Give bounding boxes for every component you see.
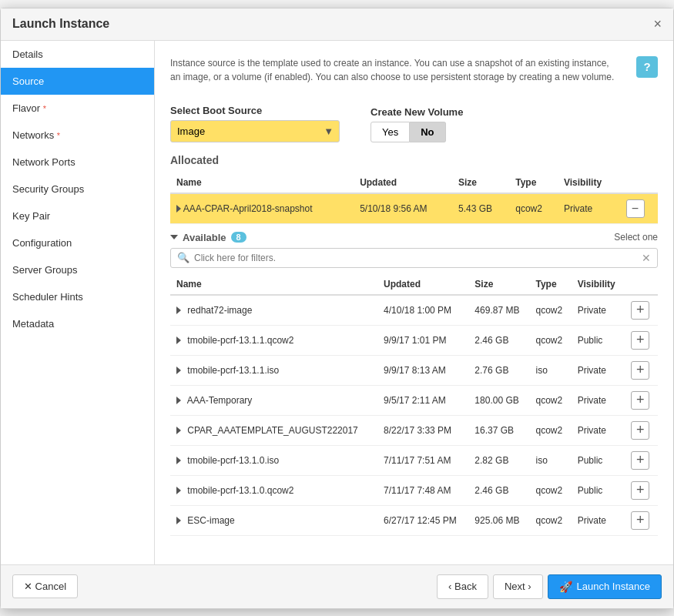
- launch-label: Launch Instance: [577, 581, 650, 592]
- available-row-name: CPAR_AAATEMPLATE_AUGUST222017: [170, 415, 377, 445]
- cancel-button[interactable]: ✕ Cancel: [12, 574, 78, 598]
- modal-title: Launch Instance: [12, 17, 109, 31]
- modal-header: Launch Instance ×: [1, 8, 673, 41]
- add-button[interactable]: +: [631, 391, 649, 410]
- sidebar-item-security-groups[interactable]: Security Groups: [1, 176, 154, 203]
- sidebar-item-networks[interactable]: Networks *: [1, 122, 154, 149]
- allocated-updated: 5/10/18 9:56 AM: [354, 193, 452, 224]
- new-volume-yes[interactable]: Yes: [371, 122, 410, 142]
- available-label: Available: [183, 232, 226, 243]
- help-button[interactable]: ?: [636, 56, 658, 78]
- new-volume-no[interactable]: No: [410, 122, 445, 142]
- available-row-updated: 7/11/17 7:51 AM: [377, 445, 468, 475]
- available-row-size: 2.46 GB: [468, 475, 529, 505]
- available-row-visibility: Private: [572, 295, 625, 326]
- available-row-add: +: [625, 505, 658, 535]
- row-expand-icon[interactable]: [176, 427, 181, 434]
- available-row-visibility: Public: [572, 475, 625, 505]
- sidebar-item-server-groups[interactable]: Server Groups: [1, 256, 154, 283]
- available-col-type: Type: [529, 274, 571, 295]
- table-row: tmobile-pcrf-13.1.1.iso 9/9/17 8:13 AM 2…: [170, 355, 658, 385]
- add-button[interactable]: +: [631, 481, 649, 500]
- table-row: redhat72-image 4/10/18 1:00 PM 469.87 MB…: [170, 295, 658, 326]
- allocated-size: 5.43 GB: [452, 193, 509, 224]
- row-expand-icon[interactable]: [176, 457, 181, 464]
- available-row-visibility: Public: [572, 445, 625, 475]
- table-row: CPAR_AAATEMPLATE_AUGUST222017 8/22/17 3:…: [170, 415, 658, 445]
- available-row-size: 2.76 GB: [468, 355, 529, 385]
- row-expand-icon[interactable]: [176, 367, 181, 374]
- available-row-visibility: Private: [572, 505, 625, 535]
- add-button[interactable]: +: [631, 301, 649, 320]
- sidebar-item-scheduler-hints[interactable]: Scheduler Hints: [1, 283, 154, 310]
- available-row-size: 180.00 GB: [468, 385, 529, 415]
- allocated-col-updated: Updated: [354, 172, 452, 193]
- remove-button[interactable]: −: [626, 199, 645, 218]
- new-volume-group: Create New Volume Yes No: [371, 106, 463, 142]
- rocket-icon: 🚀: [559, 581, 572, 593]
- available-row-type: iso: [529, 445, 571, 475]
- available-row-visibility: Private: [572, 415, 625, 445]
- available-row-name: tmobile-pcrf-13.1.0.iso: [170, 445, 377, 475]
- row-expand-icon[interactable]: [176, 205, 181, 213]
- search-icon: 🔍: [177, 252, 189, 263]
- boot-source-group: Select Boot Source Image Snapshot Volume…: [170, 105, 340, 142]
- flavor-required: *: [43, 104, 46, 113]
- new-volume-label: Create New Volume: [371, 106, 463, 118]
- available-header: Available 8 Select one: [170, 232, 658, 243]
- available-row-type: qcow2: [529, 385, 571, 415]
- available-row-add: +: [625, 445, 658, 475]
- add-button[interactable]: +: [631, 511, 649, 530]
- available-row-add: +: [625, 475, 658, 505]
- table-row: tmobile-pcrf-13.1.0.iso 7/11/17 7:51 AM …: [170, 445, 658, 475]
- allocated-col-visibility: Visibility: [558, 172, 620, 193]
- allocated-title: Allocated: [170, 154, 658, 166]
- sidebar-item-metadata[interactable]: Metadata: [1, 310, 154, 337]
- sidebar-item-key-pair[interactable]: Key Pair: [1, 203, 154, 229]
- filter-clear-icon[interactable]: ✕: [642, 252, 651, 264]
- add-button[interactable]: +: [631, 451, 649, 470]
- boot-source-select[interactable]: Image Snapshot Volume Volume Snapshot: [170, 120, 340, 142]
- available-col-updated: Updated: [377, 274, 468, 295]
- add-button[interactable]: +: [631, 331, 649, 350]
- table-row: tmobile-pcrf-13.1.1.qcow2 9/9/17 1:01 PM…: [170, 325, 658, 355]
- row-expand-icon[interactable]: [176, 487, 181, 494]
- available-row-add: +: [625, 415, 658, 445]
- next-button[interactable]: Next ›: [493, 574, 543, 599]
- table-row: ESC-image 6/27/17 12:45 PM 925.06 MB qco…: [170, 505, 658, 535]
- available-col-size: Size: [468, 274, 529, 295]
- row-expand-icon[interactable]: [176, 397, 181, 404]
- available-row-updated: 9/9/17 8:13 AM: [377, 355, 468, 385]
- available-row-name: redhat72-image: [170, 295, 377, 326]
- available-row-name: tmobile-pcrf-13.1.1.qcow2: [170, 325, 377, 355]
- allocated-col-type: Type: [509, 172, 558, 193]
- sidebar-item-configuration[interactable]: Configuration: [1, 229, 154, 256]
- add-button[interactable]: +: [631, 421, 649, 440]
- filter-input[interactable]: [194, 253, 637, 263]
- add-button[interactable]: +: [631, 361, 649, 380]
- close-button[interactable]: ×: [653, 16, 662, 32]
- available-chevron-icon[interactable]: [170, 235, 178, 239]
- sidebar-item-network-ports[interactable]: Network Ports: [1, 149, 154, 176]
- available-row-type: qcow2: [529, 325, 571, 355]
- available-row-name: tmobile-pcrf-13.1.1.iso: [170, 355, 377, 385]
- available-row-visibility: Public: [572, 325, 625, 355]
- launch-button[interactable]: 🚀 Launch Instance: [548, 574, 662, 599]
- back-button[interactable]: ‹ Back: [437, 574, 488, 599]
- row-expand-icon[interactable]: [176, 336, 181, 344]
- allocated-col-name: Name: [170, 172, 354, 193]
- sidebar-item-details[interactable]: Details: [1, 41, 154, 68]
- allocated-visibility: Private: [558, 193, 620, 224]
- sidebar-item-source[interactable]: Source: [1, 68, 154, 95]
- available-row-add: +: [625, 385, 658, 415]
- sidebar-item-flavor[interactable]: Flavor *: [1, 95, 154, 122]
- available-row-visibility: Private: [572, 355, 625, 385]
- available-row-add: +: [625, 325, 658, 355]
- row-expand-icon[interactable]: [176, 306, 181, 314]
- boot-source-wrapper: Image Snapshot Volume Volume Snapshot ▼: [170, 120, 340, 142]
- available-row-type: qcow2: [529, 475, 571, 505]
- available-row-add: +: [625, 355, 658, 385]
- available-row-name: ESC-image: [170, 505, 377, 535]
- row-expand-icon[interactable]: [176, 517, 181, 524]
- available-row-size: 2.46 GB: [468, 325, 529, 355]
